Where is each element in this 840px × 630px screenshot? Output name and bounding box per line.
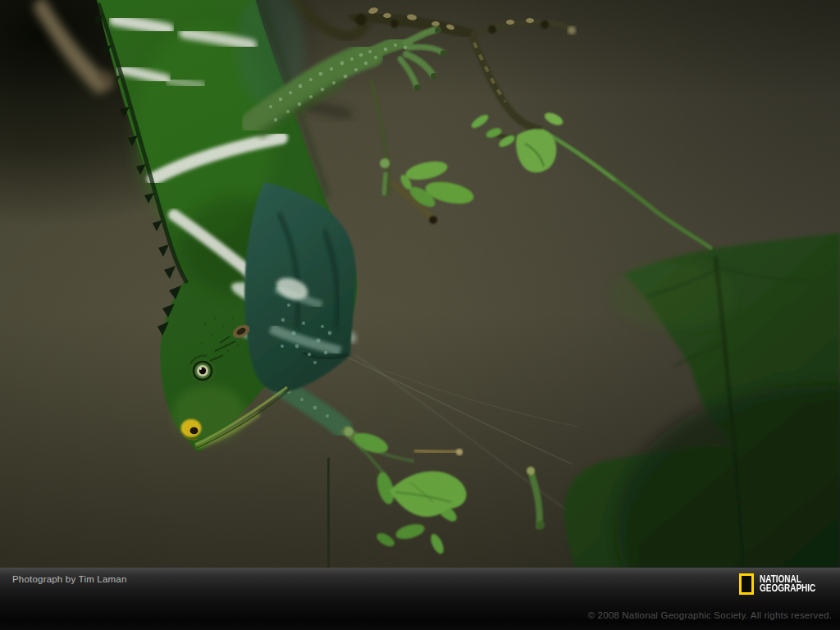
national-geographic-logo: NATIONAL GEOGRAPHIC bbox=[739, 573, 829, 595]
copyright-text: © 2008 National Geographic Society. All … bbox=[587, 610, 832, 620]
footer-bar: Photograph by Tim Laman NATIONAL GEOGRAP… bbox=[0, 568, 840, 630]
ng-yellow-frame-icon bbox=[739, 573, 754, 595]
photo-credit: Photograph by Tim Laman bbox=[12, 574, 126, 584]
photo-crested-iguana bbox=[0, 0, 840, 568]
ng-logo-line2: GEOGRAPHIC bbox=[760, 584, 815, 594]
photo-illustration bbox=[0, 0, 840, 568]
wallpaper: Photograph by Tim Laman NATIONAL GEOGRAP… bbox=[0, 0, 840, 630]
film-grain-overlay bbox=[0, 0, 840, 568]
ng-logo-wordmark: NATIONAL GEOGRAPHIC bbox=[760, 573, 829, 595]
